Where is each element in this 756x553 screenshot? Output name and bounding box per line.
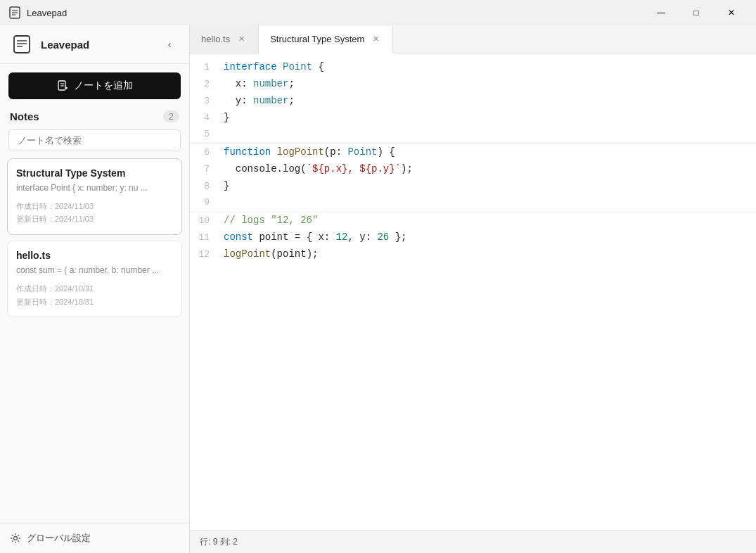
line-number: 3 <box>190 94 224 109</box>
code-line-6: 6 function logPoint(p: Point) { <box>190 144 756 161</box>
line-content: } <box>224 110 756 127</box>
sidebar-header: Leavepad ‹ <box>0 25 189 64</box>
line-number: 8 <box>190 179 224 194</box>
code-line-5: 5 <box>190 127 756 144</box>
minimize-button[interactable]: — <box>645 2 677 23</box>
note-dates: 作成日時：2024/11/03 更新日時：2024/11/03 <box>16 200 173 226</box>
line-content: const point = { x: 12, y: 26 }; <box>224 229 756 246</box>
add-note-icon <box>57 80 68 91</box>
line-number: 12 <box>190 247 224 262</box>
note-updated: 更新日時：2024/11/03 <box>16 212 173 226</box>
sidebar-title: Leavepad <box>41 39 153 51</box>
add-note-label: ノートを追加 <box>74 80 133 92</box>
note-preview: const sum = ( a: number, b: number ... <box>16 265 173 276</box>
tab-close-structural[interactable]: ✕ <box>370 34 381 45</box>
line-number: 11 <box>190 230 224 246</box>
sidebar-collapse-button[interactable]: ‹ <box>160 34 179 54</box>
code-line-12: 12 logPoint(point); <box>190 246 756 263</box>
tab-structural-type-system[interactable]: Structural Type System ✕ <box>259 26 393 53</box>
app-title: Leavepad <box>27 8 67 18</box>
sidebar-footer[interactable]: グローバル設定 <box>0 523 189 553</box>
code-line-7: 7 console.log(`${p.x}, ${p.y}`); <box>190 161 756 178</box>
line-content: } <box>224 178 756 195</box>
tab-hello-ts[interactable]: hello.ts ✕ <box>190 25 259 53</box>
line-number: 9 <box>190 195 224 210</box>
note-updated: 更新日時：2024/10/31 <box>16 295 173 309</box>
maximize-button[interactable]: □ <box>680 2 712 23</box>
line-content: console.log(`${p.x}, ${p.y}`); <box>224 161 756 178</box>
line-number: 4 <box>190 110 224 126</box>
line-content: x: number; <box>224 76 756 93</box>
line-number: 2 <box>190 77 224 92</box>
add-note-button[interactable]: ノートを追加 <box>8 72 181 99</box>
window-controls: — □ ✕ <box>645 2 748 23</box>
line-content: function logPoint(p: Point) { <box>224 144 756 161</box>
app-icon <box>8 6 21 19</box>
settings-icon <box>10 533 21 544</box>
title-bar: Leavepad — □ ✕ <box>0 0 756 25</box>
tab-close-hello-ts[interactable]: ✕ <box>236 34 247 45</box>
notes-header: Notes 2 <box>0 108 189 127</box>
tab-bar: hello.ts ✕ Structural Type System ✕ <box>190 25 756 53</box>
note-created: 作成日時：2024/11/03 <box>16 200 173 213</box>
code-line-11: 11 const point = { x: 12, y: 26 }; <box>190 229 756 246</box>
sidebar: Leavepad ‹ ノートを追加 Notes 2 Struc <box>0 25 190 553</box>
notes-label: Notes <box>10 110 39 122</box>
line-number: 1 <box>190 60 224 75</box>
note-dates: 作成日時：2024/10/31 更新日時：2024/10/31 <box>16 282 173 308</box>
notes-count: 2 <box>163 110 179 122</box>
title-bar-left: Leavepad <box>8 6 67 19</box>
code-line-1: 1 interface Point { <box>190 59 756 76</box>
note-preview: interface Point { x: number; y: nu ... <box>16 182 173 194</box>
code-line-10: 10 // logs "12, 26" <box>190 212 756 229</box>
svg-rect-4 <box>14 36 30 53</box>
line-content: logPoint(point); <box>224 246 756 263</box>
status-bar: 行: 9 列: 2 <box>190 530 756 553</box>
tab-label: hello.ts <box>201 34 230 44</box>
tab-label: Structural Type System <box>270 34 364 44</box>
code-line-2: 2 x: number; <box>190 76 756 93</box>
line-content: y: number; <box>224 93 756 110</box>
line-content: interface Point { <box>224 59 756 76</box>
note-item[interactable]: hello.ts const sum = ( a: number, b: num… <box>7 241 182 317</box>
note-item[interactable]: Structural Type System interface Point {… <box>7 158 182 235</box>
svg-point-13 <box>14 537 18 540</box>
editor-area[interactable]: 1 interface Point { 2 x: number; 3 y: nu… <box>190 53 756 530</box>
note-title: Structural Type System <box>16 167 173 179</box>
code-line-9: 9 <box>190 195 756 212</box>
sidebar-logo <box>10 32 34 56</box>
search-box <box>8 129 181 151</box>
line-number: 7 <box>190 162 224 177</box>
close-button[interactable]: ✕ <box>715 2 748 23</box>
cursor-position: 行: 9 列: 2 <box>200 536 238 548</box>
line-number: 10 <box>190 213 224 229</box>
search-input[interactable] <box>8 129 181 151</box>
line-content: // logs "12, 26" <box>224 212 756 229</box>
line-number: 6 <box>190 145 224 160</box>
note-title: hello.ts <box>16 250 173 261</box>
note-created: 作成日時：2024/10/31 <box>16 282 173 295</box>
code-line-4: 4 } <box>190 110 756 127</box>
code-line-8: 8 } <box>190 178 756 195</box>
settings-label: グローバル設定 <box>27 532 91 545</box>
app-body: Leavepad ‹ ノートを追加 Notes 2 Struc <box>0 25 756 553</box>
main-content: hello.ts ✕ Structural Type System ✕ 1 in… <box>190 25 756 553</box>
notes-list: Structural Type System interface Point {… <box>0 158 189 523</box>
code-line-3: 3 y: number; <box>190 93 756 110</box>
line-number: 5 <box>190 127 224 142</box>
